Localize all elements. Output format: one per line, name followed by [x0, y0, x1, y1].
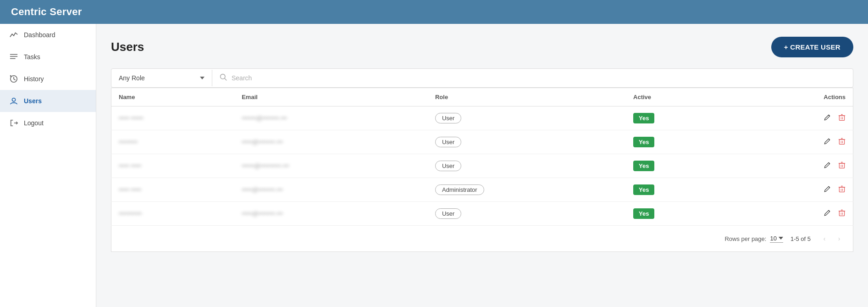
svg-line-26 — [829, 186, 829, 187]
actions-cell — [746, 114, 846, 123]
role-badge: User — [435, 137, 461, 147]
edit-button[interactable] — [824, 114, 831, 123]
tasks-icon — [9, 52, 18, 61]
active-badge: Yes — [633, 161, 654, 171]
svg-rect-9 — [839, 116, 844, 120]
role-badge: User — [435, 161, 461, 171]
delete-button[interactable] — [838, 138, 846, 147]
delete-button[interactable] — [838, 209, 846, 218]
pagination-row: Rows per page: 10 1-5 of 5 ‹ › — [111, 226, 853, 252]
dashboard-icon — [9, 30, 18, 39]
sidebar-label-users: Users — [24, 97, 42, 105]
create-user-button[interactable]: + CREATE USER — [771, 37, 853, 57]
delete-button[interactable] — [838, 162, 846, 171]
cell-actions — [738, 106, 853, 130]
rows-per-page-value: 10 — [770, 235, 776, 242]
edit-button[interactable] — [824, 138, 831, 147]
page-nav: ‹ › — [818, 232, 846, 245]
col-actions: Actions — [738, 88, 853, 106]
cell-name: ••••• ••••• — [111, 178, 235, 202]
user-name: ••••••••• — [119, 139, 138, 145]
table-row: ••••• ••••••••••@••••••••.•••Administrat… — [111, 178, 853, 202]
content-area: Users + CREATE USER Any Role — [96, 24, 868, 307]
svg-point-6 — [221, 74, 225, 79]
svg-line-20 — [829, 162, 829, 163]
rows-per-page: Rows per page: 10 — [724, 235, 783, 243]
delete-button[interactable] — [838, 185, 846, 195]
cell-name: ••••• •••••• — [111, 106, 235, 130]
cell-actions — [738, 178, 853, 202]
sidebar-item-dashboard[interactable]: Dashboard — [0, 24, 96, 46]
active-badge: Yes — [633, 184, 654, 195]
col-role: Role — [428, 88, 626, 106]
cell-active: Yes — [626, 178, 738, 202]
prev-page-button[interactable]: ‹ — [818, 232, 831, 245]
cell-role: User — [428, 106, 626, 130]
active-badge: Yes — [633, 137, 654, 147]
sidebar-label-tasks: Tasks — [24, 53, 40, 61]
cell-actions — [738, 154, 853, 178]
svg-rect-27 — [839, 187, 844, 192]
delete-button[interactable] — [838, 114, 846, 123]
cell-role: User — [428, 130, 626, 154]
role-filter-label: Any Role — [119, 74, 196, 82]
cell-name: ••••••••• — [111, 130, 235, 154]
col-active: Active — [626, 88, 738, 106]
cell-role: User — [428, 202, 626, 226]
rows-per-page-select[interactable]: 10 — [770, 235, 783, 243]
svg-point-4 — [12, 98, 15, 101]
user-name: ••••••••••• — [119, 210, 142, 217]
table-row: ••••••••••••••@••••••••.•••UserYes — [111, 130, 853, 154]
logout-icon — [9, 118, 18, 128]
table-row: ••••••••••••••••@••••••••.•••UserYes — [111, 202, 853, 226]
cell-actions — [738, 130, 853, 154]
app-title: Centric Server — [11, 6, 82, 18]
col-email: Email — [234, 88, 428, 106]
user-name: ••••• ••••• — [119, 162, 141, 169]
svg-line-7 — [225, 78, 227, 80]
cell-active: Yes — [626, 106, 738, 130]
cell-actions — [738, 202, 853, 226]
sidebar: Dashboard Tasks H — [0, 24, 96, 307]
page-info: 1-5 of 5 — [791, 235, 811, 242]
search-wrapper — [212, 69, 853, 87]
sidebar-label-dashboard: Dashboard — [24, 31, 55, 39]
edit-button[interactable] — [824, 185, 831, 195]
cell-email: ••••••@••••••••••.••• — [234, 154, 428, 178]
actions-cell — [746, 209, 846, 218]
actions-cell — [746, 162, 846, 171]
cell-role: User — [428, 154, 626, 178]
user-name: ••••• •••••• — [119, 115, 144, 122]
search-input[interactable] — [232, 74, 846, 82]
rows-per-page-label: Rows per page: — [724, 235, 766, 242]
user-email: •••••••@••••••••.••• — [242, 115, 287, 122]
sidebar-label-history: History — [24, 75, 44, 83]
user-email: ••••••@••••••••••.••• — [242, 162, 289, 169]
role-filter[interactable]: Any Role — [111, 70, 212, 86]
svg-rect-15 — [839, 140, 844, 144]
actions-cell — [746, 138, 846, 147]
sidebar-item-history[interactable]: History — [0, 68, 96, 90]
sidebar-item-tasks[interactable]: Tasks — [0, 46, 96, 68]
svg-rect-21 — [839, 163, 844, 168]
sidebar-item-users[interactable]: Users — [0, 90, 96, 112]
edit-button[interactable] — [824, 209, 831, 218]
svg-rect-33 — [839, 211, 844, 216]
next-page-button[interactable]: › — [833, 232, 846, 245]
search-icon — [220, 73, 227, 83]
page-title: Users — [111, 40, 144, 54]
sidebar-label-logout: Logout — [24, 119, 44, 127]
cell-active: Yes — [626, 130, 738, 154]
filter-bar: Any Role — [111, 68, 853, 88]
cell-email: •••••••@••••••••.••• — [234, 106, 428, 130]
actions-cell — [746, 185, 846, 195]
top-header: Centric Server — [0, 0, 868, 24]
user-email: •••••@••••••••.••• — [242, 210, 283, 217]
cell-email: •••••@••••••••.••• — [234, 178, 428, 202]
sidebar-item-logout[interactable]: Logout — [0, 112, 96, 134]
active-badge: Yes — [633, 113, 654, 123]
col-name: Name — [111, 88, 235, 106]
rows-chevron-icon — [779, 237, 783, 240]
edit-button[interactable] — [824, 162, 831, 171]
cell-email: •••••@••••••••.••• — [234, 202, 428, 226]
